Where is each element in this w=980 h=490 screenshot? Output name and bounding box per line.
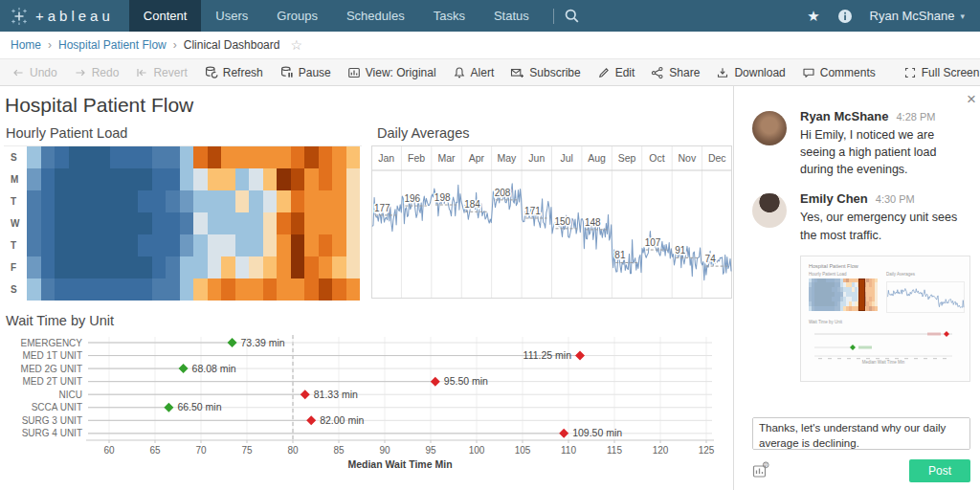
svg-text:66.50 min: 66.50 min	[177, 401, 221, 412]
svg-text:120: 120	[653, 445, 669, 456]
comments-button[interactable]: Comments	[802, 66, 876, 79]
brand-text: +ableau	[35, 8, 114, 24]
svg-text:NICU: NICU	[59, 390, 82, 400]
view-original-button[interactable]: View: Original	[347, 66, 436, 79]
download-button[interactable]: Download	[716, 66, 785, 79]
favorite-star-icon[interactable]: ☆	[290, 37, 302, 53]
revert-arrow-icon	[135, 66, 148, 79]
page-title: Hospital Patient Flow	[5, 94, 733, 117]
nav-tab-schedules[interactable]: Schedules	[332, 0, 419, 32]
svg-text:85: 85	[333, 445, 345, 456]
close-icon[interactable]: ×	[967, 90, 976, 109]
svg-text:95.50 min: 95.50 min	[444, 375, 488, 387]
svg-text:91: 91	[675, 245, 686, 256]
favorites-star-icon[interactable]: ★	[807, 8, 819, 25]
svg-text:184: 184	[464, 199, 480, 210]
svg-text:81.33 min: 81.33 min	[314, 389, 358, 400]
svg-text:196: 196	[404, 193, 420, 204]
comments-panel: × Ryan McShane4:28 PM Hi Emily, I notice…	[733, 86, 980, 490]
heatmap-day-labels: SMTWTFS	[4, 146, 27, 301]
svg-text:177: 177	[374, 203, 390, 213]
svg-text:May: May	[497, 152, 517, 164]
nav-tab-tasks[interactable]: Tasks	[419, 0, 479, 32]
breadcrumb-home[interactable]: Home	[11, 38, 41, 52]
subscribe-button[interactable]: Subscribe	[510, 66, 580, 79]
comment-input[interactable]: Thanks, let's understand why our daily a…	[752, 417, 970, 450]
thumbnail-line-chart	[886, 278, 965, 313]
svg-text:65: 65	[149, 445, 161, 456]
svg-text:105: 105	[515, 445, 531, 456]
info-icon[interactable]	[837, 9, 853, 24]
wait-time-chart[interactable]: EMERGENCY73.39 minMED 1T UNIT111.25 minM…	[4, 333, 733, 477]
pause-button[interactable]: Pause	[279, 65, 331, 79]
svg-text:107: 107	[645, 237, 661, 248]
dashboard-content: Hospital Patient Flow Hourly Patient Loa…	[0, 86, 733, 490]
bell-icon	[453, 66, 466, 79]
thumbnail-highlight-bar	[858, 278, 865, 311]
svg-text:80: 80	[287, 445, 299, 456]
svg-text:MED 2G UNIT: MED 2G UNIT	[21, 364, 82, 374]
daily-averages-chart[interactable]: JanFebMarAprMayJunJulAugSepOctNovDec1771…	[371, 145, 733, 300]
svg-text:75: 75	[241, 445, 253, 456]
breadcrumb-project[interactable]: Hospital Patient Flow	[58, 38, 167, 52]
comment-item: Ryan McShane4:28 PM Hi Emily, I noticed …	[734, 109, 980, 178]
hourly-patient-load-heatmap[interactable]	[27, 146, 360, 301]
svg-text:171: 171	[524, 206, 541, 216]
svg-text:Jun: Jun	[528, 152, 545, 164]
refresh-button[interactable]: Refresh	[204, 65, 263, 79]
comment-author: Emily Chen	[800, 191, 868, 206]
nav-tab-groups[interactable]: Groups	[262, 0, 332, 32]
undo-button[interactable]: Undo	[11, 66, 57, 79]
svg-text:74: 74	[705, 254, 717, 264]
thumbnail-title: Hospital Patient Flow	[809, 263, 962, 269]
nav-tab-content[interactable]: Content	[129, 0, 202, 32]
breadcrumb-separator: ›	[173, 38, 177, 52]
pencil-icon	[597, 66, 611, 79]
nav-divider	[553, 9, 554, 24]
search-icon[interactable]	[564, 8, 580, 24]
svg-text:95: 95	[425, 445, 436, 456]
breadcrumb-current-view: Clinical Dashboard	[184, 38, 280, 52]
svg-text:Median Wait Time Min: Median Wait Time Min	[862, 360, 905, 365]
svg-text:60: 60	[103, 445, 115, 456]
comment-time: 4:30 PM	[876, 193, 915, 205]
thumbnail-wait-chart: Median Wait Time Min	[809, 326, 962, 365]
nav-tab-users[interactable]: Users	[201, 0, 262, 32]
post-button[interactable]: Post	[909, 459, 970, 482]
tableau-logo: +ableau	[0, 7, 129, 26]
svg-text:81: 81	[614, 250, 626, 260]
user-menu[interactable]: Ryan McShane ▾	[870, 9, 965, 23]
speech-bubble-icon	[802, 66, 815, 79]
heatmap-title: Hourly Patient Load	[6, 125, 362, 141]
svg-text:150: 150	[555, 216, 571, 227]
svg-text:70: 70	[195, 445, 207, 456]
dashboard-snapshot-thumbnail[interactable]: Hospital Patient Flow Hourly Patient Loa…	[800, 256, 970, 382]
svg-text:SCCA UNIT: SCCA UNIT	[32, 402, 82, 412]
nav-tab-status[interactable]: Status	[479, 0, 544, 32]
top-nav: +ableau Content Users Groups Schedules T…	[0, 0, 980, 32]
comment-author: Ryan McShane	[800, 109, 888, 123]
avatar	[752, 111, 787, 145]
redo-button[interactable]: Redo	[74, 66, 120, 79]
svg-text:198: 198	[434, 192, 451, 203]
edit-button[interactable]: Edit	[597, 66, 635, 79]
svg-text:SURG 3 UNIT: SURG 3 UNIT	[22, 415, 82, 426]
revert-button[interactable]: Revert	[135, 66, 187, 79]
attach-snapshot-button[interactable]: @	[752, 461, 769, 481]
svg-text:109.50 min: 109.50 min	[572, 427, 622, 438]
tableau-logo-icon	[10, 7, 29, 26]
svg-text:Aug: Aug	[588, 152, 606, 164]
svg-text:68.08 min: 68.08 min	[192, 363, 236, 374]
data-pause-icon	[279, 65, 294, 79]
alert-button[interactable]: Alert	[453, 66, 495, 79]
redo-arrow-icon	[74, 66, 87, 79]
svg-text:Median Wait Time Min: Median Wait Time Min	[347, 458, 452, 470]
full-screen-button[interactable]: Full Screen	[903, 66, 980, 79]
svg-text:MED 2T UNIT: MED 2T UNIT	[22, 376, 82, 387]
share-button[interactable]: Share	[651, 66, 700, 79]
comment-text: Yes, our emergency unit sees the most tr…	[800, 209, 970, 243]
breadcrumb: Home › Hospital Patient Flow › Clinical …	[0, 32, 980, 59]
svg-text:Sep: Sep	[618, 152, 636, 164]
download-icon	[716, 66, 729, 79]
avatar	[752, 193, 787, 228]
